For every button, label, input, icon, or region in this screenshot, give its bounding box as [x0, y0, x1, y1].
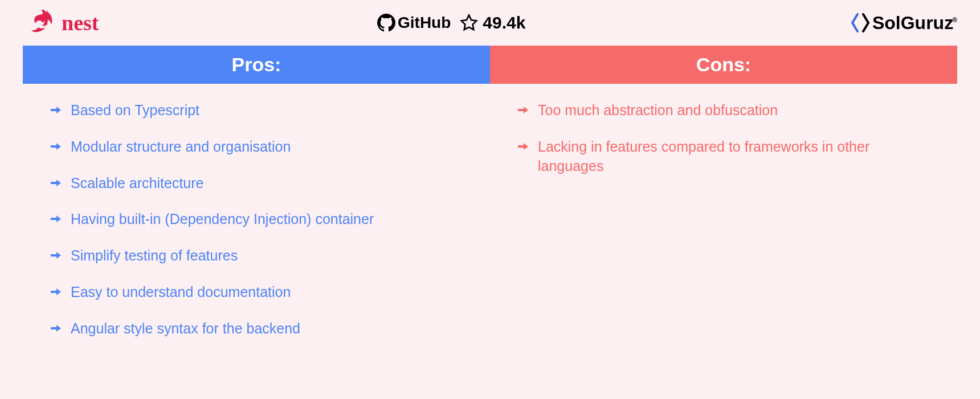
solguruz-logo: SolGuruz®	[850, 11, 957, 35]
arrow-right-icon	[50, 323, 62, 334]
cons-column: Cons: Too much abstraction and obfuscati…	[490, 46, 957, 355]
pros-cons-table: Pros: Based on TypescriptModular structu…	[23, 46, 957, 355]
pros-item-text: Easy to understand documentation	[71, 283, 291, 302]
arrow-right-icon	[50, 250, 62, 261]
arrow-right-icon	[517, 104, 529, 116]
pros-list: Based on TypescriptModular structure and…	[23, 84, 490, 338]
pros-column: Pros: Based on TypescriptModular structu…	[23, 46, 490, 355]
github-icon	[377, 14, 395, 32]
github-section: GitHub 49.4k	[377, 13, 525, 32]
cons-item-text: Lacking in features compared to framewor…	[538, 137, 934, 176]
nest-label: nest	[62, 10, 99, 35]
star-count: 49.4k	[483, 13, 525, 32]
list-item: Scalable architecture	[50, 174, 467, 193]
arrow-right-icon	[50, 213, 62, 225]
pros-item-text: Scalable architecture	[71, 174, 203, 193]
github-label: GitHub	[398, 14, 451, 32]
list-item: Modular structure and organisation	[50, 137, 467, 157]
solguruz-label: SolGuruz®	[872, 13, 957, 34]
arrow-right-icon	[50, 104, 62, 116]
github-logo: GitHub	[377, 14, 451, 32]
cons-header: Cons:	[490, 46, 957, 84]
arrow-right-icon	[517, 141, 529, 152]
pros-item-text: Having built-in (Dependency Injection) c…	[71, 210, 374, 229]
cons-list: Too much abstraction and obfuscationLack…	[490, 84, 957, 176]
header: nest GitHub 49.4k SolGuruz®	[0, 0, 980, 43]
arrow-right-icon	[50, 286, 62, 298]
cons-item-text: Too much abstraction and obfuscation	[538, 101, 778, 120]
list-item: Angular style syntax for the backend	[50, 319, 467, 339]
nest-cat-icon	[23, 9, 57, 37]
nest-logo: nest	[23, 9, 99, 37]
list-item: Lacking in features compared to framewor…	[517, 137, 934, 176]
list-item: Too much abstraction and obfuscation	[517, 101, 934, 120]
star-icon	[460, 14, 478, 32]
pros-item-text: Based on Typescript	[71, 101, 199, 120]
arrow-right-icon	[50, 141, 62, 152]
list-item: Based on Typescript	[50, 101, 467, 120]
pros-item-text: Modular structure and organisation	[71, 137, 291, 157]
pros-item-text: Angular style syntax for the backend	[71, 319, 300, 339]
pros-item-text: Simplify testing of features	[71, 246, 238, 266]
arrow-right-icon	[50, 177, 62, 189]
solguruz-icon	[850, 11, 871, 35]
pros-header: Pros:	[23, 46, 490, 84]
list-item: Having built-in (Dependency Injection) c…	[50, 210, 467, 229]
list-item: Simplify testing of features	[50, 246, 467, 266]
star-section: 49.4k	[460, 13, 525, 32]
list-item: Easy to understand documentation	[50, 283, 467, 302]
